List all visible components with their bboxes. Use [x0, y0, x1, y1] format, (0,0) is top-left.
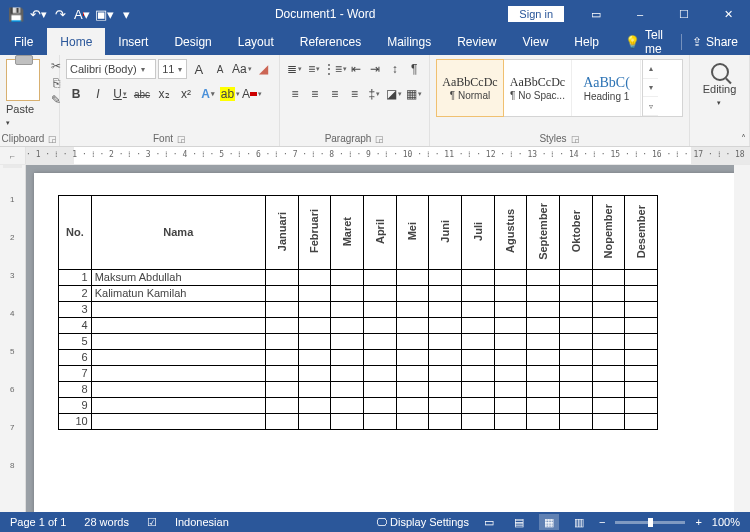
print-layout-icon[interactable]: ▦ — [539, 514, 559, 530]
customize-qat-icon[interactable]: ▾ — [118, 6, 134, 22]
table-row[interactable]: 10 — [59, 413, 658, 429]
cell-no[interactable]: 2 — [59, 285, 92, 301]
font-dialog-icon[interactable]: ◲ — [177, 134, 186, 144]
read-mode-icon[interactable]: ▤ — [509, 514, 529, 530]
cell-no[interactable]: 8 — [59, 381, 92, 397]
table-row[interactable]: 5 — [59, 333, 658, 349]
cell-month[interactable] — [559, 269, 592, 285]
tell-me-button[interactable]: 💡Tell me — [612, 28, 681, 55]
h-ruler[interactable]: · 1 · ⁞ · 1 · ⁞ · 2 · ⁞ · 3 · ⁞ · 4 · ⁞ … — [26, 147, 750, 164]
cell-month[interactable] — [559, 349, 592, 365]
cell-month[interactable] — [625, 285, 658, 301]
cell-month[interactable] — [429, 333, 462, 349]
clear-format-button[interactable]: ◢ — [254, 59, 273, 79]
cell-month[interactable] — [461, 285, 494, 301]
cell-month[interactable] — [592, 381, 625, 397]
cell-month[interactable] — [396, 285, 429, 301]
align-center-button[interactable]: ≡ — [306, 84, 324, 104]
col-month[interactable]: Agustus — [494, 196, 527, 270]
find-icon[interactable] — [711, 63, 729, 81]
cell-month[interactable] — [331, 285, 364, 301]
table-row[interactable]: 6 — [59, 349, 658, 365]
page[interactable]: No.NamaJanuariFebruariMaretAprilMeiJuniJ… — [34, 173, 734, 512]
cell-month[interactable] — [527, 349, 560, 365]
cell-month[interactable] — [363, 317, 396, 333]
col-nama[interactable]: Nama — [91, 196, 265, 270]
borders-button[interactable]: ▦▾ — [405, 84, 423, 104]
shrink-font-button[interactable]: A — [210, 59, 229, 79]
numbering-button[interactable]: ≡▾ — [306, 59, 324, 79]
cell-month[interactable] — [298, 381, 331, 397]
cell-month[interactable] — [461, 397, 494, 413]
cell-month[interactable] — [363, 333, 396, 349]
col-month[interactable]: Desember — [625, 196, 658, 270]
line-spacing-button[interactable]: ‡▾ — [365, 84, 383, 104]
shading-qat-icon[interactable]: ▣▾ — [96, 6, 112, 22]
cell-month[interactable] — [559, 285, 592, 301]
cell-month[interactable] — [592, 413, 625, 429]
cell-month[interactable] — [592, 365, 625, 381]
font-color-qat-icon[interactable]: A▾ — [74, 6, 90, 22]
cell-month[interactable] — [461, 301, 494, 317]
paste-icon[interactable] — [6, 59, 40, 101]
sign-in-button[interactable]: Sign in — [508, 6, 564, 22]
cell-month[interactable] — [494, 349, 527, 365]
cell-month[interactable] — [363, 397, 396, 413]
cell-month[interactable] — [494, 365, 527, 381]
styles-dialog-icon[interactable]: ◲ — [571, 134, 580, 144]
table-row[interactable]: 1Maksum Abdullah — [59, 269, 658, 285]
col-month[interactable]: Nopember — [592, 196, 625, 270]
increase-indent-button[interactable]: ⇥ — [367, 59, 385, 79]
focus-mode-icon[interactable]: ▭ — [479, 514, 499, 530]
cell-name[interactable] — [91, 413, 265, 429]
cell-month[interactable] — [527, 381, 560, 397]
tab-design[interactable]: Design — [161, 28, 224, 55]
table-row[interactable]: 9 — [59, 397, 658, 413]
cell-month[interactable] — [559, 317, 592, 333]
cell-month[interactable] — [494, 269, 527, 285]
editing-button[interactable]: Editing▾ — [703, 83, 737, 107]
cell-month[interactable] — [265, 269, 298, 285]
cell-month[interactable] — [559, 381, 592, 397]
cell-month[interactable] — [527, 301, 560, 317]
cell-month[interactable] — [298, 397, 331, 413]
cell-month[interactable] — [298, 269, 331, 285]
cell-name[interactable] — [91, 365, 265, 381]
cell-month[interactable] — [625, 317, 658, 333]
cell-month[interactable] — [396, 413, 429, 429]
paragraph-dialog-icon[interactable]: ◲ — [375, 134, 384, 144]
proofing-icon[interactable]: ☑ — [147, 516, 157, 529]
cell-month[interactable] — [559, 413, 592, 429]
cell-month[interactable] — [396, 365, 429, 381]
cell-month[interactable] — [429, 413, 462, 429]
maximize-button[interactable]: ☐ — [662, 0, 706, 28]
cell-month[interactable] — [265, 349, 298, 365]
cell-month[interactable] — [559, 365, 592, 381]
col-no[interactable]: No. — [59, 196, 92, 270]
col-month[interactable]: Januari — [265, 196, 298, 270]
cell-month[interactable] — [396, 269, 429, 285]
redo-icon[interactable]: ↷ — [52, 6, 68, 22]
cell-month[interactable] — [363, 269, 396, 285]
cell-name[interactable] — [91, 317, 265, 333]
cell-month[interactable] — [461, 317, 494, 333]
cell-month[interactable] — [527, 285, 560, 301]
table-row[interactable]: 3 — [59, 301, 658, 317]
col-month[interactable]: September — [527, 196, 560, 270]
cell-month[interactable] — [494, 333, 527, 349]
col-month[interactable]: Juli — [461, 196, 494, 270]
cell-month[interactable] — [363, 349, 396, 365]
cell-month[interactable] — [559, 333, 592, 349]
cell-month[interactable] — [559, 301, 592, 317]
cell-month[interactable] — [429, 301, 462, 317]
document-table[interactable]: No.NamaJanuariFebruariMaretAprilMeiJuniJ… — [58, 195, 658, 430]
cell-month[interactable] — [527, 269, 560, 285]
cell-month[interactable] — [265, 397, 298, 413]
cell-month[interactable] — [429, 365, 462, 381]
cell-month[interactable] — [265, 301, 298, 317]
cell-name[interactable] — [91, 381, 265, 397]
cell-month[interactable] — [494, 397, 527, 413]
bold-button[interactable]: B — [66, 84, 86, 104]
close-button[interactable]: ✕ — [706, 0, 750, 28]
cell-month[interactable] — [363, 413, 396, 429]
